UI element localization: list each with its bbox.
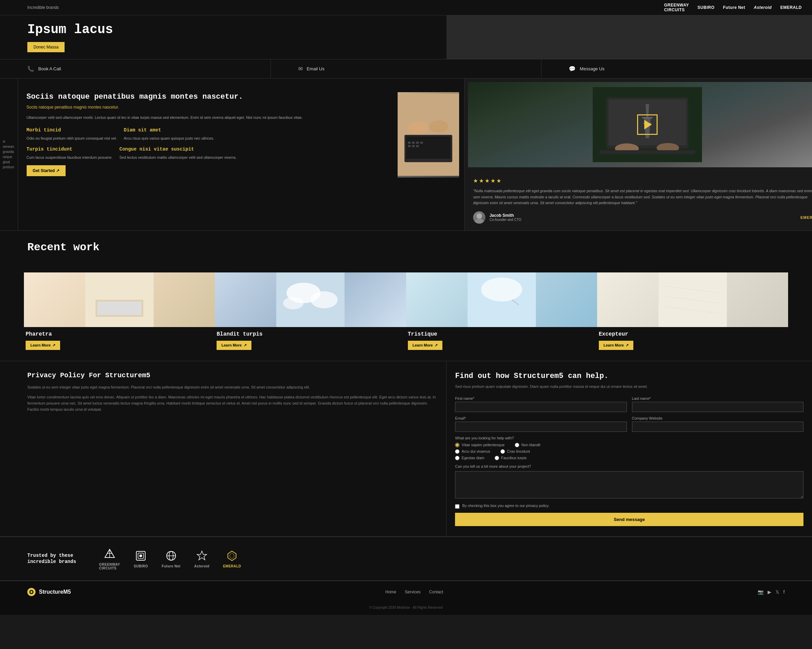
person-typing-svg [398,94,459,176]
footer: StructureM5 Home Services Contact 📷 ▶ 𝕏 … [0,581,812,603]
brands-title: Trusted by these incredible brands [27,552,89,565]
radio-non[interactable]: Non blandit [515,443,540,447]
futurenet-icon [164,549,178,563]
video-container[interactable] [468,82,812,167]
email-input[interactable] [455,422,626,432]
brand-subiro: SUBIRO [698,5,714,10]
privacy-checkbox[interactable] [455,504,459,509]
work-image-pharetra [24,273,215,327]
col-turpis-text: Cum lacus suspendisse faucibus interdum … [27,155,113,160]
content-image-placeholder [398,92,459,178]
checkbox-label: By checking this box you agree to our pr… [462,504,549,508]
left-panel: is senean. gravida neque gisat pretium [0,79,18,230]
section-body: Ullamcorper velit sed ullamcorper morbi.… [27,115,384,121]
radio-egestas[interactable]: Egestas diam [455,456,484,460]
learn-more-excepteur[interactable]: Learn More ↗ [599,341,633,350]
radio-arcu-input[interactable] [455,449,459,454]
recent-work-section: Recent work [0,231,812,273]
book-call-item[interactable]: 📞 Book A Call [0,59,271,78]
svg-rect-3 [408,142,411,144]
svg-point-30 [310,291,338,308]
hero-section: Ipsum lacus Donec Massa [0,15,812,59]
radio-vitae[interactable]: Vitae sapien pellentesque [455,443,505,447]
phone-icon: 📞 [27,66,34,72]
radio-egestas-label: Egestas diam [461,456,484,460]
svg-point-10 [408,121,428,135]
radio-cras[interactable]: Cras tincidunt [501,449,530,454]
privacy-para2: Vitae tortor condimentum lacinia quis ve… [27,394,438,413]
radio-non-input[interactable] [515,443,519,447]
hero-title: Ipsum lacus [27,22,436,37]
learn-more-pharetra[interactable]: Learn More ↗ [26,341,60,350]
company-input[interactable] [632,422,803,432]
radio-vitae-input[interactable] [455,443,459,447]
form-title: Find out how Structurem5 can help. [455,372,803,381]
get-started-button[interactable]: Get Started ↗ [27,165,66,176]
radio-faucibus[interactable]: Faucibus turpis [495,456,527,460]
svg-point-22 [476,213,482,219]
twitter-icon[interactable]: 𝕏 [775,589,779,595]
work-image-blandit [215,273,406,327]
svg-rect-2 [406,137,450,159]
footer-logo-text: StructureM5 [39,589,71,595]
col-turpis: Turpis tincidunt Cum lacus suspendisse f… [27,146,113,160]
author-title-text: Co-founder and CTO [490,218,796,222]
work-item-title-excepteur: Excepteur [599,331,786,337]
top-nav-brands: GREENWAYCIRCUITS SUBIRO Future Net Aster… [664,3,802,12]
message-icon: 💬 [569,66,575,72]
work-item-bottom-tristique: Tristique Learn More ↗ [406,327,597,354]
content-right [392,92,464,217]
footer-logo-icon [27,588,35,596]
lastname-input[interactable] [632,402,803,412]
radio-egestas-input[interactable] [455,456,459,460]
footer-nav-contact[interactable]: Contact [429,590,443,594]
col-diam: Diam sit amet Arcu risus quis varius qua… [124,127,214,141]
facebook-icon[interactable]: f [783,589,785,595]
footer-nav-home[interactable]: Home [385,590,396,594]
svg-rect-21 [600,150,695,154]
project-textarea[interactable] [455,471,803,498]
message-label: Message Us [580,66,604,72]
top-nav: Incredible brands GREENWAYCIRCUITS SUBIR… [0,0,812,15]
section-subtitle: Sociis natoque penatibus magnis montes n… [27,105,384,110]
footer-social: 📷 ▶ 𝕏 f [758,589,785,595]
footer-nav: Home Services Contact [385,590,443,594]
form-group-lastname: Last name* [632,396,803,412]
recent-work-title: Recent work [27,241,785,254]
radio-faucibus-input[interactable] [495,456,499,460]
brand-asteroid: Asteroid [754,5,772,10]
brands-section: Trusted by these incredible brands GREEN… [0,537,812,580]
firstname-input[interactable] [455,402,626,412]
work-section: Pharetra Learn More ↗ Blandit turpis Lea… [0,273,812,361]
form-subtitle: Sed risus pretium quam vulputate digniss… [455,384,803,390]
learn-more-tristique[interactable]: Learn More ↗ [408,341,443,350]
emerald-icon [225,549,239,563]
work-item-blandit: Blandit turpis Learn More ↗ [215,273,406,354]
work-item-bottom-excepteur: Excepteur Learn More ↗ [597,327,788,354]
work-image-excepteur [597,273,788,327]
firstname-label: First name* [455,396,626,401]
radio-cras-input[interactable] [501,449,505,454]
youtube-icon[interactable]: ▶ [768,589,771,595]
learn-more-blandit[interactable]: Learn More ↗ [217,341,251,350]
subiro-name: SUBIRO [134,564,148,568]
testimonial-author: Jacob Smith Co-founder and CTO EMERALD [473,211,812,224]
bottom-layout: Privacy Policy For Structurem5 Sodales u… [0,361,812,536]
footer-nav-services[interactable]: Services [405,590,421,594]
svg-point-33 [481,277,522,302]
work-item-title-tristique: Tristique [408,331,595,337]
play-triangle [644,120,652,129]
donec-button[interactable]: Donec Massa [27,42,64,52]
message-item[interactable]: 💬 Message Us [542,59,812,78]
instagram-icon[interactable]: 📷 [758,589,763,595]
email-item[interactable]: ✉ Email Us [271,59,542,78]
top-nav-left: Incredible brands [27,5,59,10]
brand-greenway: GREENWAYCIRCUITS [664,3,689,12]
radio-arcu[interactable]: Arcu dui vivamus [455,449,490,454]
radio-row-1: Vitae sapien pellentesque Non blandit [455,443,803,447]
send-message-button[interactable]: Send message [455,513,803,526]
svg-point-46 [139,555,142,557]
play-button[interactable] [637,114,658,135]
brand-emerald: EMERALD [780,5,802,10]
hero-left: Ipsum lacus Donec Massa [0,15,446,59]
